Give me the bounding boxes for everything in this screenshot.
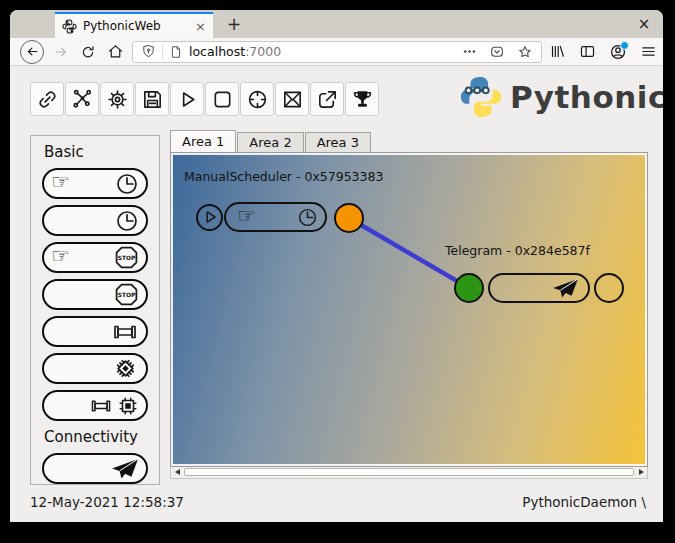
- sidebar-item-manual-stop[interactable]: ☞ STOP: [42, 242, 148, 273]
- url-port: :7000: [245, 44, 281, 59]
- telegram-output-socket[interactable]: [594, 273, 624, 303]
- save-button[interactable]: [135, 82, 169, 116]
- tab-close-icon[interactable]: ×: [195, 19, 206, 34]
- app-toolbar: [30, 82, 379, 116]
- page-icon[interactable]: [169, 45, 183, 59]
- scroll-left-icon: [175, 469, 180, 475]
- stop-sign-icon: STOP: [114, 282, 139, 307]
- python-favicon: [62, 19, 77, 34]
- manual-scheduler-label: ManualScheduler - 0x57953383: [184, 169, 383, 184]
- url-host: localhost: [189, 44, 245, 59]
- connectivity-section-label: Connectivity: [31, 427, 138, 447]
- pythonic-logo-icon: [458, 74, 504, 120]
- tab-area-1[interactable]: Area 1: [170, 130, 236, 152]
- stop-sign-icon: STOP: [114, 245, 139, 270]
- menu-icon[interactable]: [640, 43, 657, 60]
- kill-button[interactable]: [240, 82, 274, 116]
- working-area-canvas[interactable]: ManualScheduler - 0x57953383 ☞ Telegram …: [170, 152, 648, 467]
- graph-button[interactable]: [65, 82, 99, 116]
- tab-area-2[interactable]: Area 2: [237, 132, 303, 152]
- tab-area-3[interactable]: Area 3: [305, 132, 371, 152]
- status-daemon: PythonicDaemon \: [522, 494, 646, 510]
- url-divider: [162, 45, 163, 59]
- url-bar[interactable]: localhost:7000: [132, 41, 542, 63]
- manual-scheduler-output-socket[interactable]: [334, 203, 364, 233]
- trophy-icon: [351, 88, 374, 111]
- telegram-input-socket[interactable]: [454, 273, 484, 303]
- forward-button[interactable]: [51, 42, 71, 62]
- settings-button[interactable]: [100, 82, 134, 116]
- account-button[interactable]: [609, 43, 627, 61]
- scrollbar-thumb[interactable]: [184, 468, 634, 476]
- sidebar-item-telegram[interactable]: [42, 453, 148, 484]
- link-button[interactable]: [30, 82, 64, 116]
- url-text[interactable]: localhost:7000: [189, 44, 281, 59]
- page-actions-icon[interactable]: [462, 44, 477, 59]
- paper-plane-icon: [111, 458, 139, 480]
- home-icon: [107, 43, 124, 60]
- browser-window: PythonicWeb × + ×: [10, 10, 663, 522]
- share-button[interactable]: [310, 82, 344, 116]
- barbell-icon: [111, 323, 139, 341]
- sidebar-item-scheduler[interactable]: [42, 205, 148, 236]
- workspace-tabs: Area 1 Area 2 Area 3: [170, 130, 648, 152]
- link-icon: [36, 88, 59, 111]
- canvas-horizontal-scrollbar[interactable]: [170, 467, 648, 479]
- manual-scheduler-node[interactable]: ☞: [224, 202, 327, 232]
- sidebar-item-manual-scheduler[interactable]: ☞: [42, 168, 148, 199]
- telegram-node[interactable]: [488, 273, 590, 303]
- sidebar-item-operation[interactable]: [42, 316, 148, 347]
- clock-icon: [297, 207, 318, 228]
- new-tab-button[interactable]: +: [222, 13, 246, 35]
- pythonic-logo: Pythonic: [458, 74, 663, 120]
- save-icon: [141, 88, 164, 111]
- bookmark-star-icon[interactable]: [517, 44, 533, 60]
- pythonic-logo-text: Pythonic: [510, 79, 663, 115]
- library-icon[interactable]: [549, 43, 566, 60]
- browser-tabbar: PythonicWeb × + ×: [10, 10, 663, 38]
- back-icon: [25, 44, 40, 59]
- hand-icon: ☞: [237, 206, 256, 227]
- sidebar-item-pipe-process[interactable]: [42, 390, 148, 421]
- gear-icon: [106, 88, 129, 111]
- play-icon: [176, 88, 199, 111]
- sidebar-item-stop[interactable]: STOP: [42, 279, 148, 310]
- message-button[interactable]: [275, 82, 309, 116]
- reload-button[interactable]: [78, 42, 98, 62]
- home-button[interactable]: [105, 42, 125, 62]
- hand-icon: ☞: [51, 172, 70, 193]
- clock-icon: [115, 209, 139, 233]
- chip-square-icon: [117, 395, 139, 417]
- graph-icon: [71, 88, 94, 111]
- scroll-left-button[interactable]: [171, 467, 183, 477]
- browser-tab-pythonicweb[interactable]: PythonicWeb ×: [55, 12, 213, 38]
- workspace: Area 1 Area 2 Area 3 ManualScheduler - 0…: [170, 130, 648, 479]
- browser-navbar: localhost:7000: [10, 38, 663, 66]
- shield-icon[interactable]: [141, 44, 156, 59]
- back-button[interactable]: [20, 40, 44, 64]
- trophy-button[interactable]: [345, 82, 379, 116]
- stop-square-icon: [211, 88, 234, 111]
- scroll-right-button[interactable]: [635, 467, 647, 477]
- sidebar-item-process-operation[interactable]: [42, 353, 148, 384]
- account-notification-dot: [620, 41, 629, 50]
- reload-icon: [80, 44, 96, 60]
- barbell-icon: [89, 398, 113, 414]
- chip-diamond-icon: [112, 355, 139, 382]
- status-datetime: 12-May-2021 12:58:37: [30, 494, 184, 510]
- forward-icon: [53, 44, 69, 60]
- hand-icon: ☞: [51, 246, 70, 267]
- sidebars-icon[interactable]: [579, 43, 596, 60]
- svg-text:STOP: STOP: [118, 255, 136, 261]
- pocket-icon[interactable]: [489, 44, 505, 60]
- manual-scheduler-play-button[interactable]: [196, 204, 223, 231]
- scroll-right-icon: [639, 469, 644, 475]
- share-icon: [316, 88, 339, 111]
- play-icon: [199, 206, 221, 228]
- clock-icon: [115, 172, 139, 196]
- start-button[interactable]: [170, 82, 204, 116]
- stop-button[interactable]: [205, 82, 239, 116]
- window-close-button[interactable]: ×: [633, 13, 655, 35]
- pythonic-app: Pythonic Basic ☞ ☞ STOP: [10, 66, 663, 522]
- crosshair-icon: [246, 88, 269, 111]
